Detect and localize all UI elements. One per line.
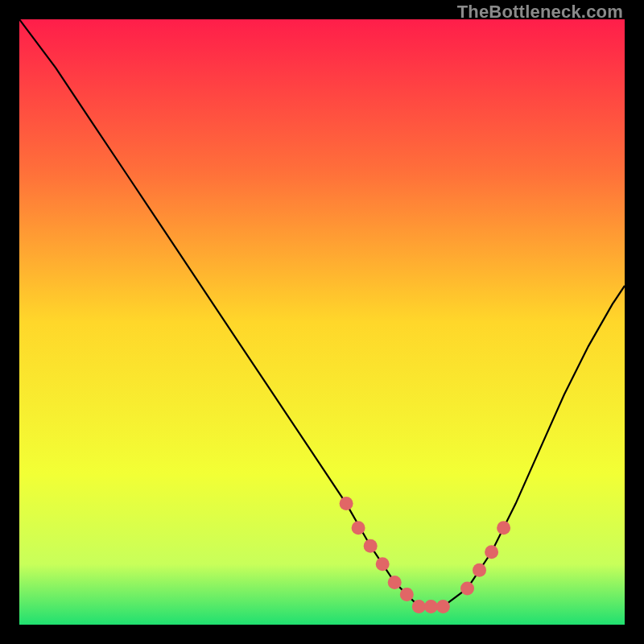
sample-point	[352, 521, 365, 535]
sample-point	[436, 600, 450, 613]
sample-point	[388, 576, 402, 589]
sample-point	[364, 539, 378, 553]
sample-point	[485, 545, 498, 559]
sample-point	[412, 600, 426, 613]
sample-point	[460, 581, 474, 595]
sample-point	[340, 497, 353, 510]
bottleneck-curve	[19, 19, 625, 606]
watermark-text: TheBottleneck.com	[457, 2, 623, 23]
sample-point	[497, 521, 510, 535]
bottleneck-chart	[19, 19, 625, 625]
sample-point	[473, 564, 486, 577]
sample-points	[340, 497, 510, 613]
sample-point	[424, 600, 438, 613]
sample-point	[400, 588, 414, 601]
chart-frame	[19, 19, 625, 625]
sample-point	[376, 557, 390, 571]
